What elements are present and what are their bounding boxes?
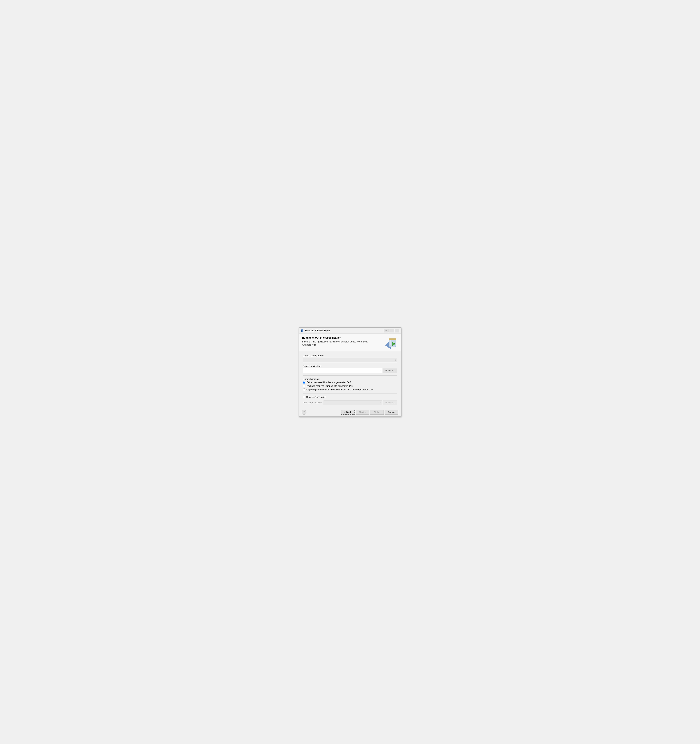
svg-rect-5 [389,339,396,340]
minimize-button[interactable]: − [384,329,388,332]
header-description: Select a 'Java Application' launch confi… [302,340,375,347]
launch-config-label: Launch configuration: [303,354,397,357]
ant-checkbox-row[interactable]: Save as ANT script [303,396,397,399]
radio-extract[interactable] [303,381,305,384]
radio-package[interactable] [303,385,305,387]
ant-location-label: ANT script location: [303,401,323,404]
ant-checkbox-label: Save as ANT script [306,396,325,399]
app-icon [300,329,303,332]
export-dest-label: Export destination: [303,365,397,368]
finish-button[interactable]: Finish [370,410,384,415]
divider-1 [303,375,397,376]
ant-checkbox[interactable] [303,396,305,398]
cancel-button[interactable]: Cancel [385,410,398,415]
title-bar: Runnable JAR File Export − □ ✕ [299,328,401,334]
export-dest-group: Export destination: ∨ Browse... [303,365,397,373]
title-bar-text: Runnable JAR File Export [305,329,383,332]
ant-location-chevron: ∨ [379,402,380,403]
radio-copy[interactable] [303,388,305,391]
ant-script-section: Save as ANT script ANT script location: … [303,396,397,405]
radio-item-copy[interactable]: Copy required libraries into a sub-folde… [303,388,397,391]
ant-browse-button: Browse... [383,400,397,405]
launch-config-group: Launch configuration: ∨ [303,354,397,362]
radio-item-package[interactable]: Package required libraries into generate… [303,385,397,387]
jar-icon [385,336,398,349]
svg-rect-6 [390,340,391,345]
divider-2 [303,393,397,394]
help-button[interactable]: ? [302,410,306,415]
header-text-block: Runnable JAR File Specification Select a… [302,336,385,347]
bottom-bar: ? < Back Next > Finish Cancel [299,408,401,417]
ant-location-row: ANT script location: ∨ Browse... [303,400,397,405]
export-dest-select[interactable]: ∨ [303,368,382,373]
svg-point-2 [301,329,302,332]
content-area: Launch configuration: ∨ Export destinati… [299,351,401,408]
radio-copy-label: Copy required libraries into a sub-folde… [306,388,373,391]
library-handling-label: Library handling: [303,378,397,380]
export-dest-chevron: ∨ [379,369,380,372]
header-title: Runnable JAR File Specification [302,336,385,339]
dialog-window: Runnable JAR File Export − □ ✕ Runnable … [299,327,401,417]
library-handling-group: Library handling: Extract required libra… [303,378,397,391]
back-button[interactable]: < Back [341,410,355,415]
library-radio-group: Extract required libraries into generate… [303,381,397,391]
launch-config-select[interactable]: ∨ [303,358,397,362]
close-button[interactable]: ✕ [395,329,400,332]
next-button[interactable]: Next > [356,410,369,415]
radio-package-label: Package required libraries into generate… [306,385,353,387]
title-bar-controls: − □ ✕ [384,329,400,332]
header-area: Runnable JAR File Specification Select a… [299,334,401,351]
radio-item-extract[interactable]: Extract required libraries into generate… [303,381,397,384]
radio-extract-label: Extract required libraries into generate… [306,381,351,384]
maximize-button[interactable]: □ [389,329,394,332]
launch-config-chevron: ∨ [395,359,396,361]
export-browse-button[interactable]: Browse... [383,368,397,373]
export-dest-row: ∨ Browse... [303,368,397,373]
ant-location-select: ∨ [324,400,382,405]
